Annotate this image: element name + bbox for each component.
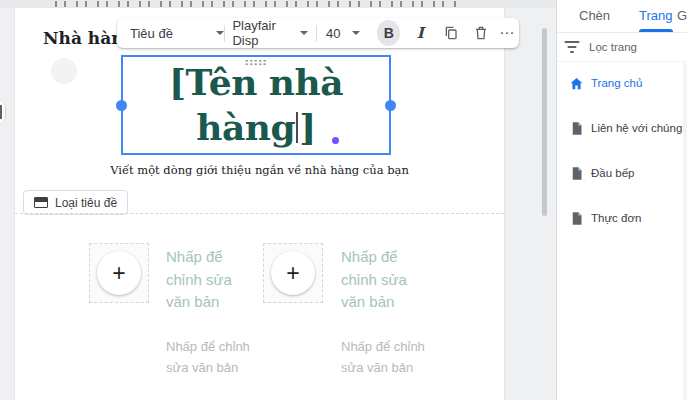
filter-pages-input[interactable]: Lọc trang bbox=[557, 33, 687, 62]
sidebar-tabs: Chèn Trang Gi bbox=[557, 0, 687, 33]
sidebar-panel: Chèn Trang Gi Lọc trang Trang chủ Liên h… bbox=[556, 0, 687, 400]
italic-icon: I bbox=[417, 24, 424, 42]
sidebar-item-home[interactable]: Trang chủ bbox=[557, 66, 687, 100]
sidebar-item-menu[interactable]: Thực đơn bbox=[557, 201, 687, 235]
logo-placeholder bbox=[51, 58, 77, 84]
tab-pages[interactable]: Trang bbox=[639, 8, 672, 23]
plus-icon: + bbox=[112, 260, 125, 287]
placeholder-body[interactable]: Nhấp để chỉnh sửa văn bản bbox=[166, 336, 276, 378]
placeholder-heading[interactable]: Nhấp để chỉnh sửa văn bản bbox=[166, 246, 261, 314]
header-type-button[interactable]: Loại tiêu đề bbox=[23, 190, 128, 215]
delete-button[interactable] bbox=[469, 20, 492, 46]
sidebar-item-contact[interactable]: Liên hệ với chúng tôi bbox=[557, 111, 687, 145]
font-family-select[interactable]: Playfair Disp bbox=[232, 18, 308, 48]
editor-canvas: Nhà hàng [Tên nhà hàng] Viết một dòng gi… bbox=[14, 8, 505, 400]
google-sites-editor: Nhà hàng [Tên nhà hàng] Viết một dòng gi… bbox=[0, 0, 687, 400]
bold-icon: B bbox=[384, 25, 394, 41]
tab-insert[interactable]: Chèn bbox=[579, 8, 610, 23]
title-text[interactable]: [Tên nhà hàng] bbox=[123, 57, 389, 150]
text-toolbar: Tiêu đề Playfair Disp 40 B I bbox=[117, 18, 519, 48]
chevron-down-icon bbox=[216, 31, 224, 35]
chevron-down-icon bbox=[300, 31, 308, 35]
tab-themes[interactable]: Gi bbox=[677, 8, 687, 23]
more-options-icon: ⋯ bbox=[499, 24, 515, 42]
plus-icon: + bbox=[286, 260, 299, 287]
trash-icon bbox=[473, 25, 489, 41]
duplicate-button[interactable] bbox=[439, 20, 462, 46]
add-content-dropzone: + bbox=[263, 243, 323, 303]
edge-collapsed-button[interactable] bbox=[0, 98, 6, 126]
header-type-icon bbox=[34, 197, 48, 208]
font-size-select[interactable]: 40 bbox=[326, 18, 360, 48]
chevron-down-icon bbox=[352, 31, 360, 35]
canvas-scrollbar[interactable] bbox=[542, 28, 547, 216]
text-style-select[interactable]: Tiêu đề bbox=[130, 18, 224, 48]
more-options-button[interactable]: ⋯ bbox=[496, 20, 519, 46]
section-dashed-border bbox=[55, 1, 462, 7]
filter-placeholder: Lọc trang bbox=[589, 41, 637, 53]
resize-handle-right[interactable] bbox=[385, 100, 396, 111]
collaborator-cursor-dot bbox=[332, 137, 339, 144]
drag-handle-icon[interactable] bbox=[245, 59, 268, 66]
placeholder-body[interactable]: Nhấp để chỉnh sửa văn bản bbox=[341, 336, 451, 378]
title-textbox[interactable]: [Tên nhà hàng] bbox=[121, 55, 391, 155]
bold-button[interactable]: B bbox=[377, 20, 400, 46]
add-content-button[interactable]: + bbox=[97, 251, 141, 295]
page-icon bbox=[569, 121, 584, 136]
add-content-dropzone: + bbox=[89, 243, 149, 303]
text-cursor bbox=[296, 112, 298, 143]
duplicate-icon bbox=[443, 25, 459, 41]
subtitle-text[interactable]: Viết một dòng giới thiệu ngắn về nhà hàn… bbox=[15, 163, 504, 177]
resize-handle-left[interactable] bbox=[116, 100, 127, 111]
active-tab-indicator bbox=[639, 29, 673, 32]
page-icon bbox=[569, 166, 584, 181]
home-icon bbox=[569, 76, 584, 91]
add-content-button[interactable]: + bbox=[271, 251, 315, 295]
filter-icon bbox=[564, 41, 580, 53]
italic-button[interactable]: I bbox=[408, 20, 431, 46]
section-boundary-band bbox=[0, 0, 556, 8]
section-divider bbox=[15, 213, 504, 214]
sidebar-item-chef[interactable]: Đầu bếp bbox=[557, 156, 687, 190]
placeholder-heading[interactable]: Nhấp để chỉnh sửa văn bản bbox=[341, 246, 436, 314]
sidebar-scrollbar-track[interactable] bbox=[683, 63, 687, 400]
page-icon bbox=[569, 211, 584, 226]
toolbar-divider bbox=[316, 25, 317, 42]
toolbar-divider bbox=[224, 25, 225, 42]
page-list: Trang chủ Liên hệ với chúng tôi Đầu bếp … bbox=[557, 66, 687, 246]
